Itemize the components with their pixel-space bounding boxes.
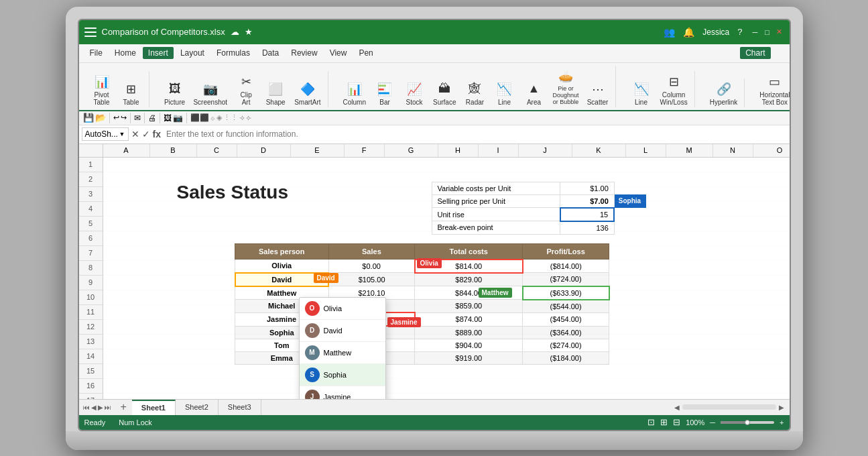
minimize-button[interactable]: ─ [751, 27, 760, 37]
view-break-icon[interactable]: ⊟ [673, 417, 680, 427]
menu-formulas[interactable]: Formulas [211, 47, 255, 59]
cell-ref-arrow[interactable]: ▼ [119, 131, 125, 137]
toolbar2-camera[interactable]: 📷 [173, 113, 183, 123]
ribbon-shape[interactable]: ⬜ Shape [262, 78, 289, 107]
add-sheet-button[interactable]: + [115, 400, 132, 415]
ribbon-pivot-table[interactable]: 📊 PivotTable [88, 71, 115, 107]
zoom-slider[interactable] [721, 421, 774, 424]
ribbon-clipart[interactable]: ✂ Clip Art [233, 71, 259, 107]
ribbon-radar[interactable]: 🕸 Radar [461, 78, 488, 107]
scroll-right[interactable]: ▶ [779, 404, 784, 411]
sheet-nav-last[interactable]: ⏭ [105, 404, 111, 411]
user-name[interactable]: Jessica [702, 27, 729, 37]
sheet-nav-first[interactable]: ⏮ [83, 404, 90, 411]
share-icon[interactable]: 👥 [664, 27, 675, 38]
toolbar2-misc3[interactable]: ◈ [216, 113, 222, 122]
cell-sophia-profit[interactable]: ($364.00) [523, 326, 609, 339]
toolbar2-misc2[interactable]: ⟐ [210, 114, 215, 122]
toolbar2-undo[interactable]: ↩ [113, 113, 119, 122]
cell-tom-sales[interactable]: $630.0 [328, 339, 415, 352]
menu-file[interactable]: File [84, 47, 108, 59]
cancel-formula-btn[interactable]: ✕ [131, 129, 139, 139]
cell-david-person[interactable]: David [235, 273, 329, 286]
ribbon-table[interactable]: ⊞ Table [118, 78, 145, 107]
cell-jasmine-sales[interactable]: $420.0 [328, 312, 415, 326]
cell-jasmine-costs[interactable]: $874.00 [415, 312, 523, 326]
ribbon-sparkline-line[interactable]: 📉 Line [628, 78, 655, 107]
view-normal-icon[interactable]: ⊡ [647, 417, 655, 427]
ribbon-scatter[interactable]: ⋯ Scatter [584, 78, 611, 107]
cell-olivia-profit[interactable]: ($814.00) [523, 260, 609, 273]
cell-tom-profit[interactable]: ($274.00) [523, 339, 609, 352]
zoom-in-btn[interactable]: + [780, 418, 784, 426]
sheet-tab-1[interactable]: Sheet1 [132, 400, 176, 415]
ribbon-stock[interactable]: 📈 Stock [401, 78, 428, 107]
cell-jasmine-profit[interactable]: ($454.00) [523, 312, 609, 326]
toolbar2-image[interactable]: 🖼 [164, 113, 172, 123]
menu-layout[interactable]: Layout [175, 47, 210, 59]
toolbar2-print[interactable]: 🖨 [148, 113, 156, 123]
hamburger-icon[interactable] [84, 27, 97, 37]
ribbon-picture[interactable]: 🖼 Picture [162, 78, 188, 107]
cell-emma-costs[interactable]: $919.00 [415, 352, 523, 365]
ribbon-column[interactable]: 📊 Column [340, 78, 369, 107]
ribbon-winloss[interactable]: ⊟ Column Win/Loss [658, 71, 690, 107]
cell-matthew-costs[interactable]: $844.00 [415, 286, 523, 300]
menu-view[interactable]: View [324, 47, 353, 59]
ribbon-smartart[interactable]: 🔷 SmartArt [292, 78, 323, 107]
sheet-nav-next[interactable]: ▶ [98, 404, 103, 411]
confirm-formula-btn[interactable]: ✓ [142, 129, 150, 139]
ribbon-line[interactable]: 📉 Line [491, 78, 517, 107]
menu-insert[interactable]: Insert [143, 47, 174, 59]
ribbon-screenshot[interactable]: 📷 Screenshot [191, 78, 231, 107]
star-icon[interactable]: ★ [245, 27, 253, 37]
ribbon-area[interactable]: ▲ Area [520, 78, 547, 107]
ribbon-textbox[interactable]: ▭ HorizontalText Box [757, 71, 790, 107]
menu-home[interactable]: Home [109, 47, 141, 59]
toolbar2-misc4[interactable]: ⋮⋮ [223, 113, 238, 122]
zoom-out-btn[interactable]: ─ [710, 418, 715, 426]
cell-ref-box[interactable]: AutoSh... ▼ [82, 127, 129, 141]
sheet-tab-3[interactable]: Sheet3 [219, 400, 261, 415]
cell-matthew-sales[interactable]: $210.10 [328, 286, 415, 300]
sheet-nav-prev[interactable]: ◀ [91, 404, 97, 411]
ribbon-hyperlink[interactable]: 🔗 Hyperlink [707, 78, 741, 107]
scroll-left[interactable]: ◀ [674, 404, 680, 411]
cell-michael-sales[interactable]: $315.0 [328, 300, 415, 313]
cell-olivia-sales[interactable]: $0.00 [328, 260, 415, 273]
cell-david-costs[interactable]: $829.00 [415, 273, 523, 286]
cell-tom-costs[interactable]: $904.00 [415, 339, 523, 352]
close-button[interactable]: ✕ [775, 27, 784, 37]
cell-david-profit[interactable]: ($724.00) [523, 273, 609, 286]
maximize-button[interactable]: □ [763, 27, 772, 37]
menu-data[interactable]: Data [257, 47, 284, 59]
ribbon-pie[interactable]: 🥧 Pie orDoughnutor Bubble [550, 66, 581, 107]
ribbon-surface[interactable]: 🏔 Surface [430, 78, 458, 107]
cell-emma-person[interactable]: Emma [235, 352, 329, 365]
toolbar2-misc1[interactable]: ⬛⬛ [190, 113, 209, 122]
fx-btn[interactable]: fx [153, 129, 161, 139]
cell-olivia-person[interactable]: Olivia [235, 260, 329, 273]
cell-tom-person[interactable]: Tom [235, 339, 329, 352]
formula-input[interactable]: Enter the text or function information. [164, 128, 787, 140]
ribbon-bar[interactable]: 📊 Bar [371, 78, 398, 107]
cell-michael-person[interactable]: Michael [235, 300, 329, 313]
cell-sophia-person[interactable]: Sophia [235, 326, 329, 339]
cell-olivia-costs[interactable]: $814.00 [415, 260, 523, 273]
cell-michael-profit[interactable]: ($544.00) [523, 300, 609, 313]
cell-jasmine-person[interactable]: Jasmine [235, 312, 329, 326]
cell-matthew-person[interactable]: Matthew [235, 286, 329, 300]
toolbar2-mail[interactable]: ✉ [134, 113, 141, 123]
toolbar2-redo[interactable]: ↪ [121, 113, 127, 122]
cell-michael-costs[interactable]: $859.00 [415, 300, 523, 313]
bell-icon[interactable]: 🔔 [683, 27, 694, 38]
cell-emma-profit[interactable]: ($184.00) [523, 352, 609, 365]
toolbar2-misc6[interactable]: ⟣ [246, 113, 251, 122]
toolbar2-open-icon[interactable]: 📂 [95, 113, 106, 123]
toolbar2-save-icon[interactable]: 💾 [83, 113, 94, 123]
menu-chart[interactable]: Chart [740, 47, 770, 59]
menu-pen[interactable]: Pen [353, 47, 378, 59]
view-page-icon[interactable]: ⊞ [660, 417, 668, 427]
menu-review[interactable]: Review [286, 47, 322, 59]
question-icon[interactable]: ? [737, 27, 742, 37]
